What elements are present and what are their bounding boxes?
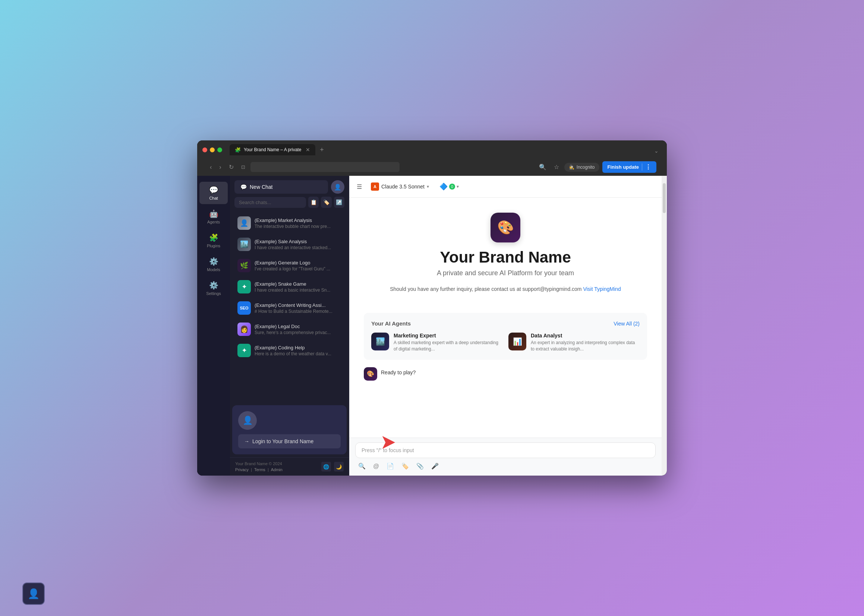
models-label: Models xyxy=(207,267,220,272)
agent-card-marketing[interactable]: 🏙️ Marketing Expert A skilled marketing … xyxy=(371,333,503,352)
footer-links: Privacy | Terms | Admin xyxy=(235,467,282,472)
sidebar-item-settings[interactable]: ⚙️ Settings xyxy=(199,277,228,299)
attachment-tool-button[interactable]: 📎 xyxy=(415,461,425,471)
home-button[interactable]: ⊡ xyxy=(239,163,248,171)
login-arrow-icon: → xyxy=(244,438,249,444)
finish-update-button[interactable]: Finish update ⋮ xyxy=(602,161,657,173)
theme-icon-button[interactable]: 🌙 xyxy=(334,462,344,471)
new-chat-button[interactable]: 💬 New Chat xyxy=(235,180,328,194)
plugins-icon: 🧩 xyxy=(209,233,218,242)
refresh-button[interactable]: ↻ xyxy=(227,162,236,172)
chat-item[interactable]: 👩 (Example) Legal Doc Sure, here's a com… xyxy=(232,319,347,339)
chat-item[interactable]: SEO (Example) Content Writing Assi... # … xyxy=(232,298,347,318)
incognito-button[interactable]: 🕵️ Incognito xyxy=(564,163,599,172)
bottom-user-icon-button[interactable]: 👤 xyxy=(22,583,45,605)
chat-info: (Example) Content Writing Assi... # How … xyxy=(255,302,341,314)
chat-title: (Example) Snake Game xyxy=(255,281,341,287)
new-tab-button[interactable]: + xyxy=(317,145,327,155)
search-icon[interactable]: 🔍 xyxy=(537,162,549,172)
toolbar-right: 🔍 ☆ 🕵️ Incognito Finish update ⋮ xyxy=(537,161,656,173)
chat-thumbnail: 👤 xyxy=(237,216,251,230)
contact-info: Should you have any further inquiry, ple… xyxy=(390,286,621,292)
model-chevron-icon: ▾ xyxy=(427,184,429,189)
chat-item[interactable]: 🏙️ (Example) Sale Analysis I have create… xyxy=(232,234,347,255)
scrollbar-thumb[interactable] xyxy=(663,183,666,213)
login-button[interactable]: → Login to Your Brand Name xyxy=(238,434,341,448)
bottom-user-icon-glyph: 👤 xyxy=(28,588,39,600)
address-bar[interactable] xyxy=(251,162,400,172)
tag-tool-button[interactable]: 🏷️ xyxy=(400,461,410,471)
chat-item[interactable]: ✦ (Example) Snake Game I have created a … xyxy=(232,277,347,297)
copyright-text: Your Brand Name © 2024 xyxy=(235,462,282,466)
admin-link[interactable]: Admin xyxy=(271,467,282,472)
minimize-traffic-light[interactable] xyxy=(210,148,215,152)
add-chat-icon-button[interactable]: 📋 xyxy=(308,196,319,208)
new-chat-icon: 💬 xyxy=(240,184,247,190)
tag-icon-button[interactable]: 🏷️ xyxy=(321,196,331,208)
forward-button[interactable]: › xyxy=(217,162,223,172)
sidebar-toggle-button[interactable]: ☰ xyxy=(355,182,363,192)
footer-divider: | xyxy=(251,467,252,472)
model-name: Claude 3.5 Sonnet xyxy=(381,184,424,190)
share-icon-button[interactable]: ↗️ xyxy=(334,196,344,208)
main-area: ☰ A Claude 3.5 Sonnet ▾ 🔷 0 ▾ xyxy=(349,176,662,476)
view-all-link[interactable]: View All (2) xyxy=(613,321,640,327)
red-arrow-pointer xyxy=(350,434,395,451)
sidebar-item-chat[interactable]: 💬 Chat xyxy=(199,182,228,204)
chat-title: (Example) Coding Help xyxy=(255,345,341,350)
mic-tool-button[interactable]: 🎤 xyxy=(430,461,440,471)
chat-input-placeholder[interactable]: Press "/" to focus input xyxy=(355,442,656,458)
mention-tool-button[interactable]: @ xyxy=(372,462,381,471)
sidebar-item-models[interactable]: ⚙️ Models xyxy=(199,253,228,276)
chat-header: ☰ A Claude 3.5 Sonnet ▾ 🔷 0 ▾ xyxy=(349,176,662,198)
icon-sidebar: 💬 Chat 🤖 Agents 🧩 Plugins ⚙️ Models ⚙️ S… xyxy=(197,176,230,476)
chat-thumbnail: 👩 xyxy=(237,322,251,336)
active-tab[interactable]: 🧩 Your Brand Name – A private ✕ xyxy=(230,144,315,155)
visit-typingmind-link[interactable]: Visit TypingMind xyxy=(583,286,621,292)
message-area: 🎨 Ready to play? xyxy=(364,367,647,385)
terms-link[interactable]: Terms xyxy=(254,467,265,472)
agent-card-data-analyst[interactable]: 📊 Data Analyst An expert in analyzing an… xyxy=(508,333,640,352)
chat-info: (Example) Market Analysis The interactiv… xyxy=(255,217,341,229)
message-bubble: Ready to play? xyxy=(381,367,416,376)
footer-right: 🌐 🌙 xyxy=(321,462,344,471)
search-tool-button[interactable]: 🔍 xyxy=(357,461,367,471)
tab-title: Your Brand Name – A private xyxy=(244,147,301,152)
login-overlay: 👤 → Login to Your Brand Name xyxy=(232,405,347,454)
agents-section: Your AI Agents View All (2) 🏙️ Marketing… xyxy=(364,313,647,360)
document-tool-button[interactable]: 📄 xyxy=(385,461,396,471)
chat-thumbnail: 🏙️ xyxy=(237,237,251,251)
sidebar-item-plugins[interactable]: 🧩 Plugins xyxy=(199,229,228,252)
model-icon-text: A xyxy=(374,184,377,189)
brand-logo: 🎨 xyxy=(490,213,520,242)
marketing-agent-icon: 🏙️ xyxy=(376,337,385,346)
privacy-link[interactable]: Privacy xyxy=(235,467,249,472)
chat-item[interactable]: 👤 (Example) Market Analysis The interact… xyxy=(232,213,347,234)
search-input[interactable] xyxy=(235,197,306,208)
new-chat-label: New Chat xyxy=(250,184,273,190)
tab-close-icon[interactable]: ✕ xyxy=(306,147,310,153)
chat-list: 👤 (Example) Market Analysis The interact… xyxy=(230,211,349,405)
agent-name: Marketing Expert xyxy=(394,333,503,339)
language-icon-button[interactable]: 🌐 xyxy=(321,462,331,471)
chat-thumbnail: ✦ xyxy=(237,280,251,294)
agents-title: Your AI Agents xyxy=(371,320,411,327)
chat-item[interactable]: ✦ (Example) Coding Help Here is a demo o… xyxy=(232,340,347,361)
tab-expand-icon[interactable]: ⌄ xyxy=(651,146,662,155)
agents-grid: 🏙️ Marketing Expert A skilled marketing … xyxy=(371,333,640,352)
chat-info: (Example) Coding Help Here is a demo of … xyxy=(255,345,341,357)
close-traffic-light[interactable] xyxy=(202,148,207,152)
chat-item[interactable]: 🌿 (Example) Generate Logo I've created a… xyxy=(232,255,347,276)
back-button[interactable]: ‹ xyxy=(208,162,214,172)
maximize-traffic-light[interactable] xyxy=(217,148,222,152)
chat-sidebar: 💬 New Chat 👤 📋 🏷️ ↗️ 👤 xyxy=(230,176,349,476)
plugins-button[interactable]: 🔷 0 ▾ xyxy=(437,181,462,193)
model-selector[interactable]: A Claude 3.5 Sonnet ▾ xyxy=(367,180,433,193)
chat-icon: 💬 xyxy=(209,185,218,195)
sidebar-item-agents[interactable]: 🤖 Agents xyxy=(199,206,228,228)
bookmark-icon[interactable]: ☆ xyxy=(552,162,561,172)
browser-toolbar: ‹ › ↻ ⊡ 🔍 ☆ 🕵️ Incognito Finish update ⋮ xyxy=(202,158,662,176)
app-container: 💬 Chat 🤖 Agents 🧩 Plugins ⚙️ Models ⚙️ S… xyxy=(197,176,667,476)
sidebar-footer: Your Brand Name © 2024 Privacy | Terms |… xyxy=(230,457,349,476)
user-avatar-button[interactable]: 👤 xyxy=(331,180,344,194)
